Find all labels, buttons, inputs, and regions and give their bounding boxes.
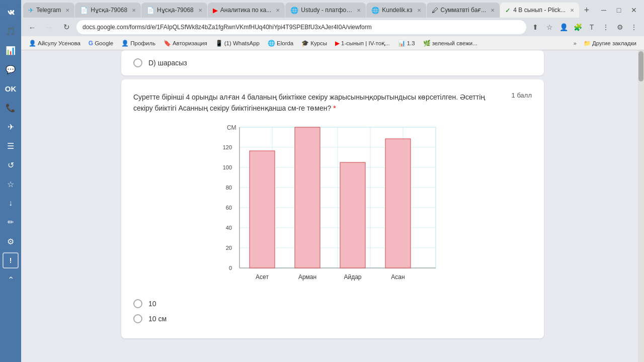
question-text: Суретте бірінші 4 орынды алған 4 баланың… — [133, 92, 512, 114]
settings-icon[interactable]: ⚙ — [614, 21, 626, 33]
summative-tab-icon: 🖊 — [432, 7, 438, 14]
sidebar-edit-icon[interactable]: ✏ — [3, 214, 19, 230]
tab-analytics[interactable]: ▶ Аналитика по ка... ✕ — [208, 3, 285, 18]
tab-active-close[interactable]: ✕ — [570, 8, 574, 13]
minimize-button[interactable]: ─ — [598, 4, 610, 16]
bookmark-authorization[interactable]: 🔖 Авторизация — [160, 39, 211, 48]
address-bar-row: ← → ↻ docs.google.com/forms/d/e/1FAIpQLS… — [21, 18, 644, 36]
sidebar-music-icon[interactable]: 🎵 — [3, 23, 19, 39]
bookmark-whatsapp[interactable]: 📱 (1) WhatsApp — [212, 39, 263, 48]
sidebar-settings-icon[interactable]: ⚙ — [3, 233, 19, 249]
svg-text:СМ: СМ — [227, 124, 236, 131]
tab-nuska1-close[interactable]: ✕ — [132, 8, 136, 13]
bookmark-grade1-label: 1-сынып | IV-тоқ... — [341, 40, 390, 47]
bookmark-kursy[interactable]: 🎓 Курсы — [298, 39, 331, 48]
sidebar-stats-icon[interactable]: 📊 — [3, 42, 19, 58]
bookmark-profile[interactable]: 👤 Профиль — [118, 39, 159, 48]
answer-row-2: 10 см — [133, 311, 532, 326]
google-icon: G — [89, 40, 93, 47]
bookmark-google[interactable]: G Google — [85, 39, 117, 48]
new-tab-button[interactable]: + — [580, 3, 594, 17]
bookmark-grade1[interactable]: ▶ 1-сынып | IV-тоқ... — [332, 39, 393, 48]
answer-row-1: 10 — [133, 296, 532, 311]
sidebar-phone-icon[interactable]: 📞 — [3, 100, 19, 116]
other-bookmarks[interactable]: 📁 Другие закладки — [580, 39, 640, 48]
svg-text:20: 20 — [226, 245, 232, 251]
main-area: ✈ Telegram ✕ 📄 Нұсқа-79068 ✕ 📄 Нұсқа-790… — [21, 0, 644, 362]
share-icon[interactable]: ⬆ — [529, 21, 541, 33]
folder-icon: 📁 — [584, 40, 591, 47]
page-content: D) шарасыз Суретте бірінші 4 орынды алға… — [21, 50, 644, 362]
elorda-icon: 🌐 — [268, 40, 275, 47]
bookmark-green-label: зеленый свежи... — [432, 40, 477, 46]
auth-icon: 🔖 — [164, 40, 171, 47]
tab-analytics-close[interactable]: ✕ — [276, 8, 280, 13]
tab-summative-close[interactable]: ✕ — [491, 8, 495, 13]
profile-icon[interactable]: 👤 — [557, 21, 570, 33]
bar-chart: СМ 0 20 40 60 80 100 120 — [217, 122, 448, 288]
close-button[interactable]: ✕ — [628, 4, 640, 16]
bar-aidar — [340, 162, 365, 268]
back-button[interactable]: ← — [25, 20, 39, 34]
tab-summative[interactable]: 🖊 Сумматвті бағ... ✕ — [427, 3, 500, 18]
tab-nuska2[interactable]: 📄 Нұсқа-79068 ✕ — [141, 3, 207, 18]
reload-button[interactable]: ↻ — [59, 20, 73, 34]
tab-telegram[interactable]: ✈ Telegram ✕ — [23, 3, 74, 18]
svg-text:0: 0 — [229, 265, 232, 271]
tab-telegram-close[interactable]: ✕ — [65, 8, 69, 13]
extensions-icon[interactable]: ⋮ — [600, 21, 612, 33]
ustudy-tab-icon: 🌐 — [290, 7, 298, 14]
bookmark-icon[interactable]: ☆ — [543, 21, 555, 33]
tab-nuska1[interactable]: 📄 Нұсқа-79068 ✕ — [75, 3, 141, 18]
sidebar-ok-icon[interactable]: OK — [3, 80, 19, 97]
forward-button[interactable]: → — [42, 20, 56, 34]
tab-ustudy[interactable]: 🌐 Ustudy - платфор... ✕ — [285, 3, 366, 18]
sidebar-list-icon[interactable]: ☰ — [3, 138, 19, 154]
bookmark-elorda-label: Elorda — [277, 40, 293, 46]
question-text-content: Суретте бірінші 4 орынды алған 4 баланың… — [133, 93, 485, 112]
bookmark-elorda[interactable]: 🌐 Elorda — [264, 39, 297, 48]
scroll-thumb[interactable] — [638, 51, 643, 81]
option-d-card: D) шарасыз — [121, 50, 544, 75]
form-container: D) шарасыз Суретте бірінші 4 орынды алға… — [111, 50, 554, 352]
sidebar-star-icon[interactable]: ☆ — [3, 176, 19, 192]
sidebar-warn-icon[interactable]: ! — [3, 252, 19, 268]
active-tab-icon: ✓ — [505, 7, 511, 14]
tab-kundelik-close[interactable]: ✕ — [417, 8, 421, 13]
question-header: Суретте бірінші 4 орынды алған 4 баланың… — [133, 92, 532, 114]
sidebar-telegram-icon[interactable]: ✈ — [3, 119, 19, 135]
option-d-label: D) шарасыз — [148, 59, 187, 67]
answer-radio-1[interactable] — [133, 299, 142, 308]
tab-nuska2-label: Нұсқа-79068 — [157, 7, 194, 14]
sidebar-download-icon[interactable]: ↓ — [3, 195, 19, 211]
bookmark-13[interactable]: 📊 1.3 — [394, 39, 419, 48]
address-bar[interactable]: docs.google.com/forms/d/e/1FAIpQLSfWk8z4… — [76, 20, 526, 34]
menu-icon[interactable]: ⋮ — [628, 21, 640, 33]
tab-bar: ✈ Telegram ✕ 📄 Нұсқа-79068 ✕ 📄 Нұсқа-790… — [21, 0, 644, 18]
tab-active[interactable]: ✓ 4 В сынып - Plick... ✕ — [500, 3, 579, 18]
translate-icon[interactable]: T — [586, 21, 598, 33]
option-d-radio[interactable] — [133, 58, 142, 67]
label-aidar: Айдар — [344, 274, 361, 281]
extension-icon[interactable]: 🧩 — [572, 21, 584, 33]
sidebar-vk-icon[interactable] — [3, 4, 19, 20]
restore-button[interactable]: □ — [613, 4, 625, 16]
svg-text:80: 80 — [226, 185, 232, 191]
bar-arman — [295, 127, 320, 268]
sidebar-message-icon[interactable]: 💬 — [3, 61, 19, 77]
bookmark-aisulu[interactable]: 👤 Айсулу Усенова — [25, 39, 84, 48]
tab-telegram-label: Telegram — [36, 7, 61, 14]
chart-container: СМ 0 20 40 60 80 100 120 — [217, 122, 448, 288]
sidebar-up-icon[interactable]: ⌃ — [3, 272, 19, 288]
tab-active-label: 4 В сынып - Plick... — [513, 7, 566, 14]
other-bookmarks-label: Другие закладки — [592, 40, 636, 46]
bookmark-green[interactable]: 🌿 зеленый свежи... — [420, 39, 481, 48]
bookmarks-more[interactable]: » — [571, 39, 579, 47]
answer-radio-2[interactable] — [133, 314, 142, 323]
profile-bm-icon: 👤 — [121, 40, 129, 47]
tab-nuska2-close[interactable]: ✕ — [198, 8, 202, 13]
tab-kundelik[interactable]: 🌐 Kundelik.кз ✕ — [366, 3, 426, 18]
sidebar-refresh-icon[interactable]: ↺ — [3, 157, 19, 173]
tab-ustudy-close[interactable]: ✕ — [357, 8, 361, 13]
grade13-icon: 📊 — [398, 40, 406, 47]
